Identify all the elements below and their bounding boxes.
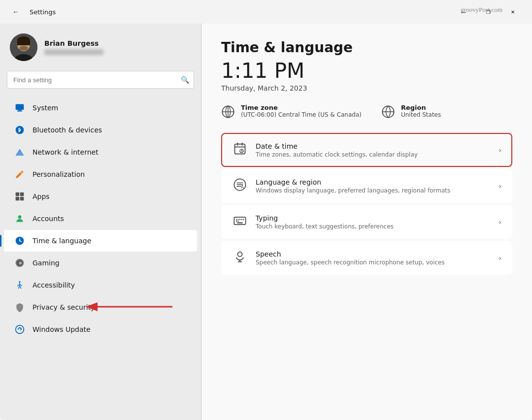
avatar [10,33,37,61]
speech-title: Speech [256,250,491,258]
sidebar-item-windows-update[interactable]: Windows Update [4,319,197,340]
sidebar-item-accounts[interactable]: Accounts [4,208,197,229]
user-email [44,49,103,55]
accessibility-icon [14,279,26,291]
sidebar-item-time-label: Time & language [33,237,187,245]
svg-marker-11 [16,150,24,155]
sidebar-item-privacy-label: Privacy & security [33,303,187,311]
watermark: groovyPost.com [461,6,502,14]
bluetooth-icon [14,124,26,136]
settings-window: ← Settings groovyPost.com — ❐ ✕ [0,0,532,420]
sidebar-item-accessibility-label: Accessibility [33,281,187,289]
sidebar-item-network-label: Network & internet [33,148,187,156]
language-region-title: Language & region [256,178,491,186]
svg-rect-3 [17,40,30,45]
typing-text: Typing Touch keyboard, text suggestions,… [256,214,491,230]
personalization-icon [14,168,26,180]
sidebar: Brian Burgess 🔍 [0,24,201,420]
sidebar-item-gaming[interactable]: ⊕ Gaming [4,252,197,274]
typing-desc: Touch keyboard, text suggestions, prefer… [256,223,491,230]
user-name: Brian Burgess [44,39,103,47]
sidebar-item-network[interactable]: Network & internet [4,141,197,163]
sidebar-item-personalization-label: Personalization [33,170,187,178]
network-icon [14,146,26,158]
svg-text:A: A [241,185,244,190]
date-time-icon [232,142,248,158]
typing-icon [232,214,248,230]
svg-line-28 [20,286,21,289]
svg-point-16 [18,215,22,219]
nav-items: System Bluetooth & devices [0,95,201,420]
settings-item-language-region[interactable]: A Language & region Windows display lang… [221,169,512,203]
search-box: 🔍 [7,71,194,89]
date-time-text: Date & time Time zones, automatic clock … [256,142,491,158]
speech-icon [232,250,248,266]
svg-rect-14 [16,197,20,201]
titlebar-right: groovyPost.com — ❐ ✕ [452,4,524,20]
apps-icon [14,191,26,202]
window-title: Settings [30,8,56,16]
timezone-text: Time zone (UTC-06:00) Central Time (US &… [241,104,362,118]
sidebar-item-apps[interactable]: Apps [4,186,197,207]
svg-point-29 [16,325,24,334]
svg-rect-15 [20,197,24,201]
svg-line-41 [242,151,242,152]
language-region-icon: A [232,178,248,194]
current-date: Thursday, March 2, 2023 [221,84,512,92]
settings-item-speech[interactable]: Speech Speech language, speech recogniti… [221,241,512,275]
speech-chevron: › [499,254,501,262]
timezone-value: (UTC-06:00) Central Time (US & Canada) [241,111,362,118]
user-profile: Brian Burgess [0,24,201,69]
sidebar-item-privacy[interactable]: Privacy & security [4,296,197,318]
sidebar-item-gaming-label: Gaming [33,259,187,267]
region-value: United States [401,111,441,118]
settings-item-typing[interactable]: Typing Touch keyboard, text suggestions,… [221,205,512,239]
sidebar-item-personalization[interactable]: Personalization [4,163,197,185]
region-icon [381,105,395,121]
main-content: Brian Burgess 🔍 [0,24,532,420]
typing-title: Typing [256,214,491,222]
svg-rect-7 [18,110,22,111]
sidebar-item-bluetooth-label: Bluetooth & devices [33,126,187,134]
language-region-text: Language & region Windows display langua… [256,178,491,194]
svg-rect-12 [16,193,20,196]
svg-point-5 [19,46,28,51]
sidebar-item-apps-label: Apps [33,193,187,200]
time-icon [14,235,26,247]
language-region-chevron: › [499,182,501,190]
timezone-info: Time zone (UTC-06:00) Central Time (US &… [221,104,362,121]
user-info: Brian Burgess [44,39,103,55]
system-icon [14,102,26,114]
accounts-icon [14,213,26,225]
page-title: Time & language [221,39,512,56]
avatar-image [10,33,37,61]
back-button[interactable]: ← [8,4,24,20]
content-area: Time & language 1:11 PM Thursday, March … [201,24,532,420]
titlebar-left: ← Settings [8,4,56,20]
svg-point-53 [237,252,242,257]
settings-list: Date & time Time zones, automatic clock … [221,133,512,275]
timezone-label: Time zone [241,104,362,111]
sidebar-item-system[interactable]: System [4,97,197,119]
region-label: Region [401,104,441,111]
svg-rect-44 [234,217,245,225]
sidebar-item-accounts-label: Accounts [33,215,187,223]
privacy-icon [14,301,26,313]
sidebar-item-bluetooth[interactable]: Bluetooth & devices [4,119,197,141]
update-icon [14,323,26,335]
close-button[interactable]: ✕ [501,4,524,20]
search-input[interactable] [7,71,194,89]
sidebar-item-accessibility[interactable]: Accessibility [4,274,197,296]
current-time: 1:11 PM [221,60,512,82]
sidebar-item-system-label: System [33,104,187,112]
region-info: Region United States [381,104,441,121]
svg-rect-6 [16,104,24,110]
sidebar-item-time[interactable]: Time & language [4,230,197,252]
svg-point-23 [19,281,20,283]
date-time-title: Date & time [256,142,491,150]
settings-item-date-time[interactable]: Date & time Time zones, automatic clock … [221,133,512,167]
svg-rect-8 [17,111,22,112]
date-time-chevron: › [499,146,501,154]
timezone-icon [221,105,235,121]
date-time-desc: Time zones, automatic clock settings, ca… [256,151,491,158]
